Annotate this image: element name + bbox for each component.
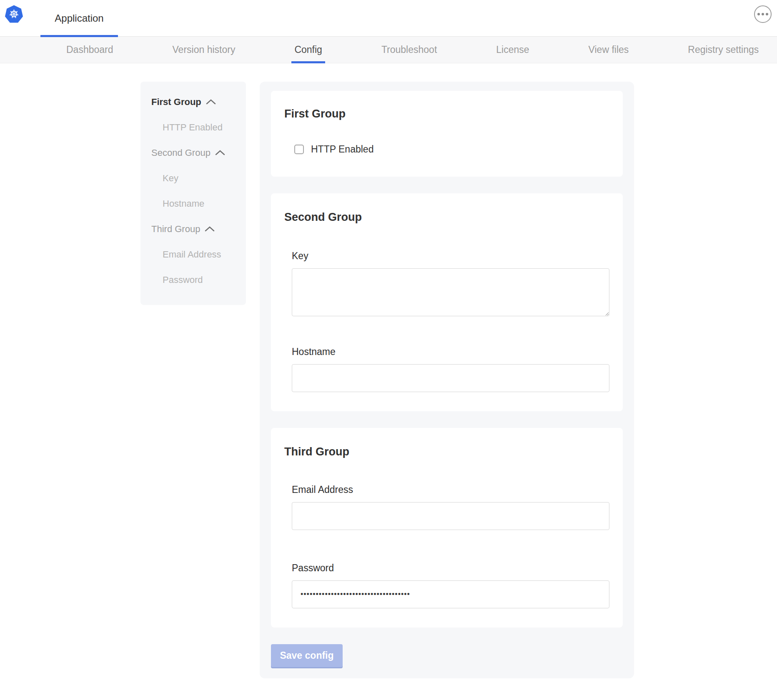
ellipsis-menu-icon[interactable] [754,5,772,23]
chevron-up-icon [205,226,215,232]
key-textarea[interactable] [292,268,609,316]
sidebar-group-third-group[interactable]: Third Group [151,216,242,242]
tab-view-files[interactable]: View files [586,37,632,63]
password-label: Password [292,562,609,574]
http-enabled-checkbox[interactable] [294,145,304,154]
app-tab-application[interactable]: Application [40,0,118,37]
sidebar-item-password[interactable]: Password [151,267,242,292]
sidebar-item-http-enabled[interactable]: HTTP Enabled [151,115,242,140]
config-sidebar: First Group HTTP Enabled Second Group Ke… [140,82,246,305]
tab-dashboard[interactable]: Dashboard [63,37,116,63]
group-title: First Group [284,108,609,120]
sidebar-item-hostname[interactable]: Hostname [151,191,242,216]
sidebar-group-second-group[interactable]: Second Group [151,140,242,165]
hostname-input[interactable] [292,364,609,392]
config-group-second: Second Group Key Hostname [271,193,623,411]
sidebar-group-first-group[interactable]: First Group [151,89,242,115]
password-input[interactable] [292,580,609,608]
http-enabled-label: HTTP Enabled [311,144,373,155]
config-page: First Group HTTP Enabled Second Group Ke… [0,63,777,695]
save-config-button[interactable]: Save config [271,644,343,667]
tab-config[interactable]: Config [291,37,325,63]
app-tab-label: Application [55,12,103,24]
group-title: Third Group [284,445,609,458]
hostname-label: Hostname [292,346,609,358]
chevron-up-icon [206,99,216,105]
config-group-first: First Group HTTP Enabled [271,91,623,177]
sidebar-item-key[interactable]: Key [151,165,242,191]
kubernetes-logo-icon [4,5,24,24]
email-address-label: Email Address [292,484,609,495]
tab-version-history[interactable]: Version history [170,37,238,63]
group-title: Second Group [284,211,609,224]
config-form: First Group HTTP Enabled Second Group Ke… [260,82,634,678]
config-group-third: Third Group Email Address Password [271,428,623,628]
chevron-up-icon [215,150,225,155]
sidebar-item-email-address[interactable]: Email Address [151,242,242,267]
tab-license[interactable]: License [493,37,532,63]
config-nav-tabs: Dashboard Version history Config Trouble… [0,37,777,63]
tab-registry-settings[interactable]: Registry settings [685,37,762,63]
top-header: Application [0,0,777,37]
key-label: Key [292,250,609,262]
email-address-input[interactable] [292,502,609,530]
tab-troubleshoot[interactable]: Troubleshoot [378,37,440,63]
